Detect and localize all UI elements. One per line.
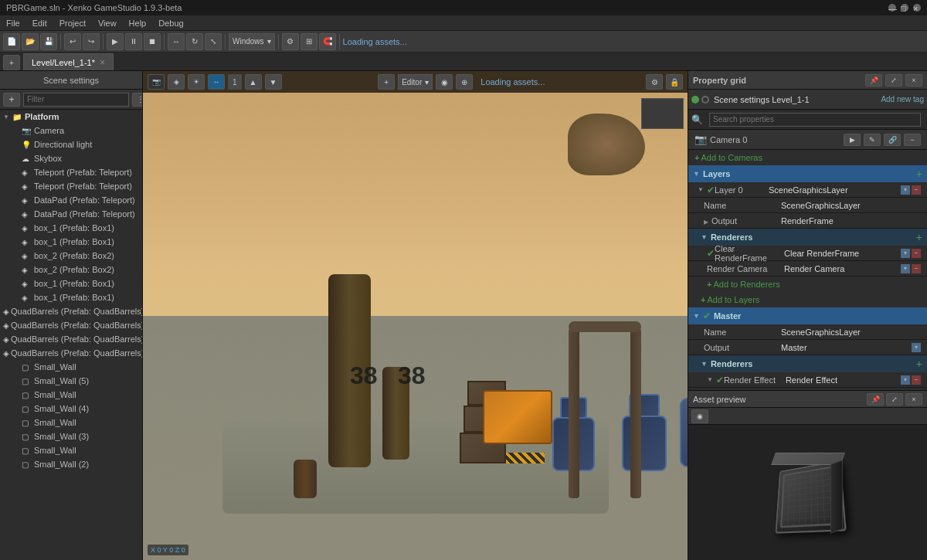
scene-view-options[interactable]: ⋮ [132, 93, 143, 107]
layer0-dropdown[interactable]: ▾ [901, 185, 910, 195]
scene-tree-item[interactable]: ▢Small_Wall [0, 443, 142, 457]
scene-tree-item[interactable]: ▢Small_Wall (5) [0, 374, 142, 388]
scene-tree-item[interactable]: ☁Skybox [0, 151, 142, 165]
camera-btn-1[interactable]: ▶ [844, 134, 861, 146]
prop-grid-close-btn[interactable]: × [905, 74, 922, 87]
toolbar-rotate[interactable]: ↻ [186, 33, 203, 50]
clear-rf-dropdown[interactable]: ▾ [901, 249, 910, 258]
scene-tree-item[interactable]: ▢Small_Wall [0, 416, 142, 429]
scene-tree-item[interactable]: ◈QuadBarrels (Prefab: QuadBarrels) [0, 318, 142, 332]
scene-tree-item[interactable]: ◈QuadBarrels (Prefab: QuadBarrels) [0, 346, 142, 360]
camera-btn-4[interactable]: − [904, 134, 921, 146]
scene-tree-item[interactable]: 💡Directional light [0, 137, 142, 151]
vp-btn2[interactable]: ⊕ [456, 74, 473, 90]
viewport-preview-box[interactable] [641, 98, 684, 129]
render-effect-dropdown[interactable]: ▾ [901, 375, 910, 385]
scene-tree-item[interactable]: ▢Small_Wall [0, 388, 142, 402]
render-camera-del[interactable]: − [912, 264, 921, 273]
asset-preview-float[interactable]: ⤢ [886, 393, 903, 406]
toolbar-open[interactable]: 📂 [22, 33, 39, 50]
menu-edit[interactable]: Edit [31, 19, 49, 28]
scene-tree-item[interactable]: ◈QuadBarrels (Prefab: QuadBarrels) [0, 304, 142, 318]
toolbar-stop[interactable]: ⏹ [144, 33, 161, 50]
tab-level[interactable]: Level/Level_1-1* × [23, 53, 114, 70]
menu-project[interactable]: Project [58, 19, 87, 28]
toolbar-save[interactable]: 💾 [40, 33, 57, 50]
scene-tree-item[interactable]: ◈box_1 (Prefab: Box1) [0, 235, 142, 249]
new-tab-button[interactable]: + [3, 55, 20, 70]
scene-tree-item[interactable]: ◈box_2 (Prefab: Box2) [0, 249, 142, 263]
menu-debug[interactable]: Debug [157, 19, 185, 28]
vp-dec[interactable]: ▼ [265, 74, 282, 90]
vp-settings-btn[interactable]: ⚙ [646, 74, 663, 90]
clear-rf-del[interactable]: − [912, 249, 921, 258]
minimize-button[interactable]: — [888, 4, 896, 12]
vp-lock-btn[interactable]: 🔒 [666, 74, 683, 90]
toolbar-scale[interactable]: ⤡ [205, 33, 222, 50]
scene-tree-item[interactable]: ◈box_1 (Prefab: Box1) [0, 290, 142, 304]
vp-light-btn[interactable]: ☀ [188, 74, 205, 90]
master-check[interactable]: ✔ [703, 311, 711, 321]
prop-grid-float-btn[interactable]: ⤢ [885, 74, 902, 87]
scene-tree-item[interactable]: ◈box_2 (Prefab: Box2) [0, 263, 142, 277]
maximize-button[interactable]: □ [901, 4, 908, 12]
toolbar-translate[interactable]: ↔ [168, 33, 185, 50]
renderers-add-btn[interactable]: + [916, 231, 922, 243]
asset-preview-pin[interactable]: 📌 [867, 393, 884, 406]
clear-rf-check[interactable]: ✔ [707, 248, 715, 259]
master-renderers-header[interactable]: ▼ Renderers + [688, 355, 927, 372]
layers-add-btn[interactable]: + [916, 168, 922, 180]
editor-dropdown[interactable]: Editor ▾ [398, 74, 433, 90]
scene-tree-item[interactable]: ▼📁Platform [0, 110, 142, 124]
scene-filter-input[interactable] [23, 93, 129, 107]
scene-tree-item[interactable]: ◈DataPad (Prefab: Teleport) [0, 193, 142, 207]
master-output-dropdown[interactable]: ▾ [912, 343, 921, 352]
layers-header[interactable]: ▼ Layers + [688, 165, 927, 182]
scene-tree-item[interactable]: ◈Teleport (Prefab: Teleport) [0, 179, 142, 193]
prop-grid-pin-btn[interactable]: 📌 [865, 74, 882, 87]
add-new-tag-btn[interactable]: Add new tag [881, 95, 924, 104]
scene-tree-item[interactable]: ◈box_1 (Prefab: Box1) [0, 221, 142, 235]
close-button[interactable]: × [913, 4, 921, 12]
layer0-del[interactable]: − [912, 185, 921, 195]
toolbar-redo[interactable]: ↪ [83, 33, 100, 50]
asset-preview-render-btn[interactable]: ◉ [691, 409, 708, 423]
vp-btn1[interactable]: ◉ [436, 74, 453, 90]
search-properties-input[interactable] [709, 113, 921, 127]
toolbar-snap[interactable]: 🧲 [319, 33, 336, 50]
windows-dropdown[interactable]: Windows ▾ [229, 33, 275, 50]
vp-camera-btn[interactable]: 📷 [148, 74, 165, 90]
scene-tree-item[interactable]: 📷Camera [0, 124, 142, 137]
add-to-renderers-link[interactable]: + Add to Renderers [688, 277, 927, 292]
scene-add-button[interactable]: + [3, 93, 20, 107]
toolbar-pause[interactable]: ⏸ [125, 33, 142, 50]
toolbar-play[interactable]: ▶ [107, 33, 124, 50]
scene-tree-item[interactable]: ▢Small_Wall (4) [0, 402, 142, 416]
render-effect-del[interactable]: − [912, 375, 921, 385]
vp-move-btn[interactable]: ↔ [208, 74, 225, 90]
toolbar-new[interactable]: 📄 [3, 33, 20, 50]
render-effect-check[interactable]: ✔ [716, 375, 724, 385]
scene-tree-item[interactable]: ◈box_1 (Prefab: Box1) [0, 277, 142, 290]
asset-preview-close[interactable]: × [905, 393, 922, 406]
vp-render-btn[interactable]: ◈ [168, 74, 185, 90]
vp-add-btn[interactable]: + [378, 74, 395, 90]
menu-file[interactable]: File [5, 19, 22, 28]
scene-tree-item[interactable]: ◈DataPad (Prefab: Teleport) [0, 207, 142, 221]
scene-tree-item[interactable]: ▢Small_Wall (3) [0, 429, 142, 443]
add-to-cameras-link[interactable]: + Add to Cameras [688, 150, 927, 165]
toolbar-undo[interactable]: ↩ [64, 33, 81, 50]
camera-btn-2[interactable]: ✎ [864, 134, 881, 146]
tab-close-button[interactable]: × [100, 57, 105, 68]
menu-help[interactable]: Help [127, 19, 148, 28]
scene-tree-item[interactable]: ▢Small_Wall [0, 360, 142, 374]
menu-view[interactable]: View [97, 19, 118, 28]
add-to-layers-link[interactable]: + Add to Layers [688, 292, 927, 307]
toolbar-settings[interactable]: ⚙ [282, 33, 299, 50]
master-renderers-add[interactable]: + [916, 358, 922, 370]
scene-tree-item[interactable]: ◈QuadBarrels (Prefab: QuadBarrels) [0, 332, 142, 346]
scene-tree-item[interactable]: ▢Small_Wall (2) [0, 457, 142, 471]
viewport-canvas[interactable]: 38 38 [143, 71, 688, 560]
camera-btn-3[interactable]: 🔗 [884, 134, 901, 146]
layer0-check[interactable]: ✔ [707, 185, 715, 195]
